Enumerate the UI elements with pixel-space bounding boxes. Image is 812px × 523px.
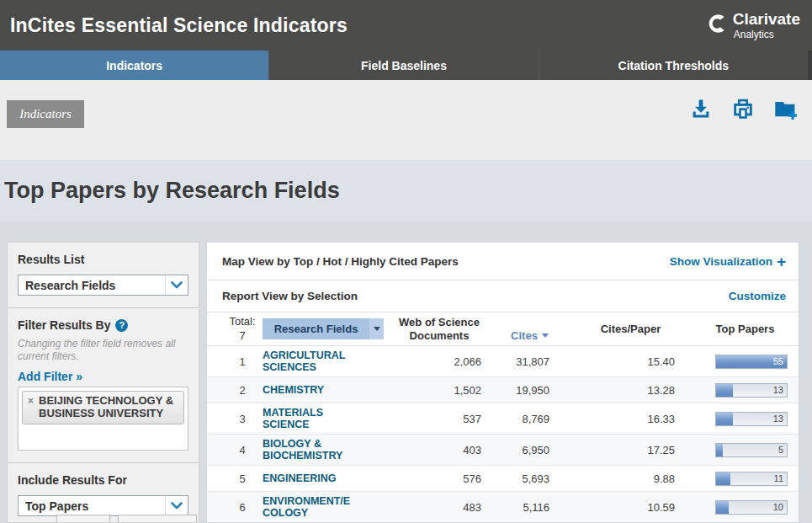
clarivate-icon <box>705 13 727 35</box>
top-papers-cell: 5 <box>692 443 799 457</box>
field-cell: BIOLOGY & BIOCHEMISTRY <box>263 438 389 462</box>
wos-documents-column-label: Web of Science Documents <box>389 316 490 342</box>
field-cell: MATERIALS SCIENCE <box>263 407 389 431</box>
top-papers-cell: 11 <box>692 472 799 486</box>
tab-field-baselines[interactable]: Field Baselines <box>268 51 538 80</box>
chevron-down-icon <box>165 275 188 295</box>
sidebar-cutoff-button[interactable] <box>56 515 110 523</box>
question-icon[interactable]: ? <box>115 319 128 332</box>
wos-documents-value: 576 <box>389 472 490 485</box>
sort-cites-button[interactable]: Cites <box>511 329 549 343</box>
top-papers-bar: 10 <box>715 500 788 515</box>
top-papers-value: 5 <box>778 445 783 455</box>
app-header: InCites Essential Science Indicators Cla… <box>0 0 812 51</box>
sort-arrow-icon <box>542 334 549 338</box>
field-link[interactable]: MATERIALS SCIENCE <box>263 407 389 431</box>
app-title: InCites Essential Science Indicators <box>10 14 348 37</box>
filter-label: Filter Results By <box>18 318 110 332</box>
remove-filter-icon[interactable]: × <box>28 395 34 420</box>
cites-value: 5,693 <box>490 472 570 485</box>
row-rank: 4 <box>222 444 263 456</box>
customize-link[interactable]: Customize <box>729 290 786 302</box>
folder-add-icon[interactable] <box>773 97 799 120</box>
top-papers-cell: 13 <box>692 383 799 398</box>
wos-documents-value: 1,502 <box>389 384 490 397</box>
row-rank: 1 <box>222 355 263 368</box>
row-rank: 2 <box>222 384 263 397</box>
field-cell: ENGINEERING <box>263 472 389 484</box>
total-count: Total: 7 <box>222 315 263 344</box>
cites-per-paper-column-label: Cites/Paper <box>570 323 692 336</box>
tab-citation-thresholds[interactable]: Citation Thresholds <box>539 51 808 80</box>
sort-research-fields-button[interactable]: Research Fields <box>263 318 384 339</box>
cites-value: 31,807 <box>490 355 570 368</box>
tab-bar: Indicators Field Baselines Citation Thre… <box>0 51 812 80</box>
top-papers-cell: 13 <box>692 412 799 426</box>
map-view-title: Map View by Top / Hot / Highly Cited Pap… <box>222 255 459 268</box>
filter-tag[interactable]: × BEIJING TECHNOLOGY & BUSINESS UNIVERSI… <box>22 391 184 424</box>
field-link[interactable]: ENGINEERING <box>263 472 389 484</box>
cites-value: 6,950 <box>490 444 570 456</box>
top-papers-value: 11 <box>774 473 783 483</box>
table-header: Total: 7 Research Fields Web of Science … <box>207 312 799 346</box>
top-papers-bar-fill <box>716 444 723 456</box>
field-link[interactable]: CHEMISTRY <box>263 384 389 396</box>
wos-documents-value: 403 <box>389 444 490 456</box>
breadcrumb[interactable]: Indicators <box>7 100 84 128</box>
field-link[interactable]: ENVIRONMENT/E COLOGY <box>263 495 389 520</box>
filter-section: Filter Results By ? Changing the filter … <box>8 308 199 463</box>
row-rank: 5 <box>222 472 263 485</box>
include-results-select[interactable]: Top Papers <box>18 495 188 516</box>
tab-indicators[interactable]: Indicators <box>0 51 268 80</box>
top-papers-cell: 10 <box>692 500 799 515</box>
print-icon[interactable] <box>731 97 755 120</box>
map-view-header: Map View by Top / Hot / Highly Cited Pap… <box>207 243 799 280</box>
cites-value: 19,950 <box>490 384 570 397</box>
filter-tag-label: BEIJING TECHNOLOGY & BUSINESS UNIVERSITY <box>39 395 178 420</box>
top-papers-column-label: Top Papers <box>692 323 799 336</box>
table-row: 2CHEMISTRY1,50219,95013.2813 <box>207 377 799 403</box>
cites-per-paper-value: 10.59 <box>570 501 692 514</box>
field-cell: ENVIRONMENT/E COLOGY <box>263 495 389 520</box>
filter-note: Changing the filter field removes all cu… <box>18 338 188 363</box>
wos-documents-value: 537 <box>389 413 490 425</box>
report-view-title: Report View by Selection <box>222 290 358 302</box>
field-cell: CHEMISTRY <box>263 384 389 396</box>
report-view-header: Report View by Selection Customize <box>207 280 799 312</box>
cites-per-paper-value: 16.33 <box>570 413 692 425</box>
brand-sub: Analytics <box>734 29 800 40</box>
top-papers-bar: 5 <box>715 443 788 457</box>
toolbar-icons <box>689 97 799 120</box>
add-filter-link[interactable]: Add Filter » <box>18 370 188 383</box>
page-title: Top Papers by Research Fields <box>0 178 340 204</box>
top-papers-bar-fill <box>716 472 730 485</box>
sort-arrow-icon <box>369 318 384 339</box>
chevron-down-icon <box>165 496 188 515</box>
top-papers-bar: 13 <box>715 383 788 398</box>
results-list-value: Research Fields <box>25 279 115 292</box>
top-papers-cell: 55 <box>692 355 799 369</box>
page: InCites Essential Science Indicators Cla… <box>0 0 812 523</box>
cites-value: 8,769 <box>490 413 570 425</box>
brand-logo: Clarivate Analytics <box>705 11 800 40</box>
field-link[interactable]: AGRICULTURAL SCIENCES <box>263 350 389 374</box>
show-visualization-link[interactable]: Show Visualization + <box>670 253 786 270</box>
cites-per-paper-value: 17.25 <box>570 444 692 456</box>
cites-value: 5,116 <box>490 501 570 514</box>
table-row: 6ENVIRONMENT/E COLOGY4835,11610.5910 <box>207 492 799 523</box>
brand-text: Clarivate Analytics <box>733 11 800 40</box>
brand-name: Clarivate <box>733 11 800 27</box>
field-link[interactable]: BIOLOGY & BIOCHEMISTRY <box>263 438 389 462</box>
top-papers-bar: 13 <box>715 412 788 426</box>
top-papers-bar-fill <box>716 384 733 397</box>
table-row: 4BIOLOGY & BIOCHEMISTRY4036,95017.255 <box>207 435 799 466</box>
top-papers-bar: 11 <box>715 472 788 486</box>
top-papers-value: 55 <box>773 356 783 366</box>
row-rank: 3 <box>222 413 263 425</box>
download-icon[interactable] <box>689 97 713 120</box>
results-list-select[interactable]: Research Fields <box>18 275 188 296</box>
sidebar-cutoff-button[interactable] <box>118 515 197 523</box>
top-papers-value: 13 <box>773 414 783 424</box>
plus-icon: + <box>777 253 786 270</box>
sidebar: Results List Research Fields Filter Resu… <box>7 242 199 523</box>
